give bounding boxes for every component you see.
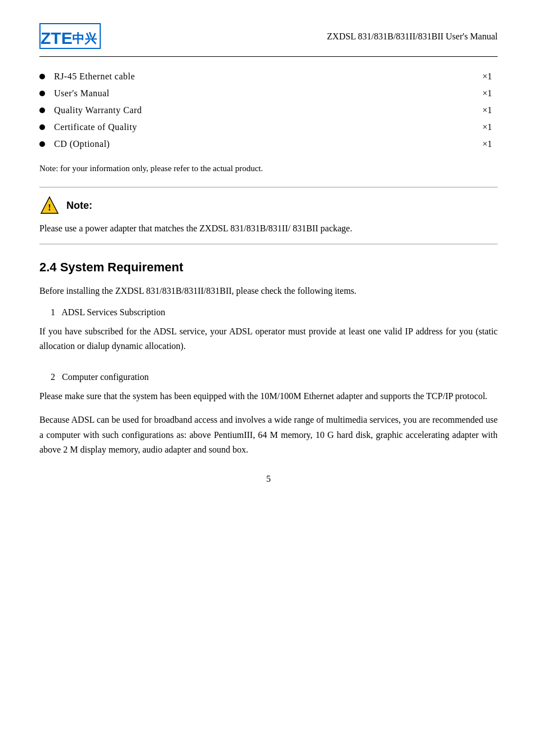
page-number: 5 <box>39 474 498 484</box>
item-count: ×1 <box>482 122 492 132</box>
item-count: ×1 <box>482 105 492 115</box>
bullet-dot-icon <box>39 141 45 147</box>
item-label: CD (Optional) <box>54 139 110 149</box>
numbered-item-1-title: 1 ADSL Services Subscription <box>39 307 498 317</box>
item-label: Quality Warranty Card <box>54 105 142 115</box>
item-label: RJ-45 Ethernet cable <box>54 71 135 82</box>
item-2-number: 2 <box>51 372 62 382</box>
warning-box: ! Note: Please use a power adapter that … <box>39 187 498 244</box>
accessories-list: RJ-45 Ethernet cable ×1 User's Manual ×1… <box>39 68 498 153</box>
bullet-dot-icon <box>39 124 45 130</box>
item-2-label: Computer configuration <box>62 372 149 382</box>
bullet-dot-icon <box>39 108 45 113</box>
logo: ZTE 中兴 <box>39 23 101 51</box>
section-heading: 2.4 System Requirement <box>39 260 498 275</box>
item-1-paragraph: If you have subscribed for the ADSL serv… <box>39 324 498 354</box>
item-2-paragraph2: Because ADSL can be used for broadband a… <box>39 413 498 457</box>
bullet-dot-icon <box>39 91 45 96</box>
list-item: Certificate of Quality ×1 <box>39 119 498 136</box>
item-2-paragraph1: Please make sure that the system has bee… <box>39 389 498 404</box>
note-text: Note: for your information only, please … <box>39 164 498 173</box>
page-header: ZTE 中兴 ZXDSL 831/831B/831II/831BII User'… <box>39 23 498 57</box>
section-intro: Before installing the ZXDSL 831/831B/831… <box>39 284 498 298</box>
svg-text:中兴: 中兴 <box>72 32 97 46</box>
item-count: ×1 <box>482 139 492 149</box>
item-count: ×1 <box>482 88 492 99</box>
item-label: User's Manual <box>54 88 109 99</box>
item-count: ×1 <box>482 71 492 82</box>
warning-content: Please use a power adapter that matches … <box>39 221 498 236</box>
numbered-item-2-title: 2 Computer configuration <box>39 372 498 382</box>
list-item: RJ-45 Ethernet cable ×1 <box>39 68 498 85</box>
list-item: Quality Warranty Card ×1 <box>39 102 498 119</box>
bullet-dot-icon <box>39 74 45 79</box>
svg-text:!: ! <box>48 203 51 212</box>
warning-label: Note: <box>66 200 92 212</box>
header-title: ZXDSL 831/831B/831II/831BII User's Manua… <box>327 32 498 42</box>
list-item: User's Manual ×1 <box>39 85 498 102</box>
zte-logo-icon: ZTE 中兴 <box>39 23 101 51</box>
warning-triangle-icon: ! <box>39 195 60 216</box>
list-item: CD (Optional) ×1 <box>39 136 498 153</box>
item-label: Certificate of Quality <box>54 122 137 132</box>
warning-header: ! Note: <box>39 195 498 216</box>
item-1-label: ADSL Services Subscription <box>61 307 165 317</box>
item-1-number: 1 <box>51 307 61 317</box>
svg-text:ZTE: ZTE <box>41 29 73 47</box>
